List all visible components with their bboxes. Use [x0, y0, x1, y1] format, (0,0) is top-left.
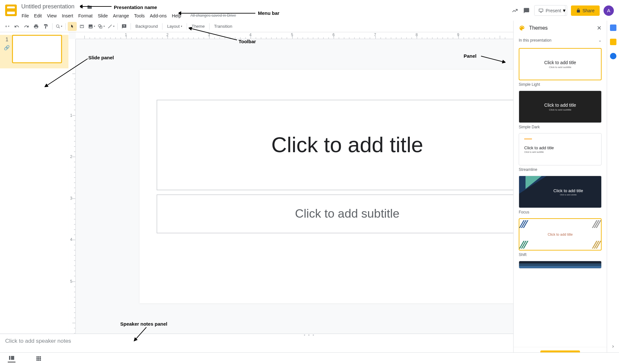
svg-rect-12 [124, 25, 124, 26]
menu-tools[interactable]: Tools [132, 12, 147, 20]
separator [162, 23, 162, 30]
theme-simple-light[interactable]: Click to add titleClick to add subtitleS… [519, 48, 602, 87]
theme-name-label: Shift [519, 252, 602, 257]
right-sidebar: › [607, 21, 619, 352]
svg-rect-5 [80, 25, 84, 28]
menu-insert[interactable]: Insert [60, 12, 75, 20]
grid-view-icon[interactable] [35, 355, 43, 362]
paint-format-button[interactable] [41, 22, 50, 31]
header: Untitled presentation ☆ File Edit View I… [0, 0, 619, 21]
link-icon: 🔗 [4, 45, 10, 51]
slide-panel: 1 🔗 [0, 32, 69, 334]
print-button[interactable] [32, 22, 41, 31]
theme-simple-dark[interactable]: Click to add titleClick to add subtitleS… [519, 91, 602, 129]
menu-help[interactable]: Help [170, 12, 183, 20]
theme-name-label: Streamline [519, 167, 602, 172]
subtitle-placeholder[interactable]: Click to add subtitle [157, 194, 537, 233]
svg-line-4 [59, 27, 60, 28]
menu-arrange[interactable]: Arrange [111, 12, 131, 20]
zoom-button[interactable]: ▾ [54, 22, 64, 31]
vertical-ruler: 12345 [69, 39, 76, 333]
undo-button[interactable] [12, 22, 21, 31]
share-label: Share [583, 8, 594, 13]
theme-button[interactable]: Theme [189, 22, 207, 31]
save-status: All changes saved in Drive [189, 12, 237, 20]
select-tool-button[interactable] [68, 22, 77, 31]
present-label: Present [545, 8, 561, 13]
menu-file[interactable]: File [19, 12, 31, 20]
slide-thumb-preview [12, 35, 62, 63]
themes-filter[interactable]: In this presentation ⌄ [514, 35, 607, 45]
theme-momentum[interactable] [519, 261, 602, 269]
slide[interactable]: Click to add title Click to add subtitle [140, 69, 555, 303]
separator [209, 23, 210, 30]
transition-button[interactable]: Transition [211, 22, 235, 31]
svg-point-3 [56, 25, 59, 27]
new-slide-button[interactable]: +▾ [3, 22, 12, 31]
themes-title: Themes [529, 25, 593, 31]
svg-rect-16 [38, 356, 39, 358]
account-avatar[interactable]: A [604, 5, 614, 16]
filmstrip-view-icon[interactable] [8, 355, 15, 362]
slides-logo-icon[interactable] [5, 5, 17, 16]
svg-rect-21 [36, 359, 38, 361]
doc-status-icons: ☆ [79, 5, 92, 10]
notes-resize-handle[interactable]: • • • [304, 333, 315, 338]
svg-rect-17 [40, 356, 41, 358]
separator [117, 23, 118, 30]
chevron-down-icon: ⌄ [598, 38, 602, 43]
shape-button[interactable]: ▾ [97, 22, 106, 31]
redo-button[interactable] [22, 22, 31, 31]
palette-icon [519, 25, 525, 31]
theme-name-label: Simple Dark [519, 125, 602, 129]
background-button[interactable]: Background [133, 22, 160, 31]
tasks-icon[interactable] [610, 53, 616, 59]
bottom-bar [0, 352, 619, 364]
chevron-right-icon[interactable]: › [612, 343, 614, 349]
present-dropdown[interactable]: ▾ [562, 5, 567, 16]
layout-button[interactable]: Layout▾ [164, 22, 185, 31]
close-icon[interactable]: ✕ [597, 25, 602, 32]
svg-rect-19 [38, 358, 39, 359]
comments-icon[interactable] [523, 7, 530, 15]
keep-icon[interactable] [610, 39, 616, 45]
slide-thumbnail-1[interactable]: 1 🔗 [0, 35, 68, 68]
themes-list: Click to add titleClick to add subtitleS… [514, 45, 607, 364]
presentation-name[interactable]: Untitled presentation [19, 3, 76, 11]
menu-view[interactable]: View [45, 12, 59, 20]
svg-rect-15 [36, 356, 38, 358]
svg-line-9 [108, 25, 112, 28]
present-button[interactable]: Present [534, 5, 565, 16]
title-placeholder[interactable]: Click to add title [157, 100, 537, 190]
theme-shift[interactable]: Click to add titleShift [519, 218, 602, 257]
menu-slide[interactable]: Slide [95, 12, 110, 20]
separator [131, 23, 131, 30]
separator [65, 23, 66, 30]
star-icon[interactable]: ☆ [79, 5, 84, 10]
line-button[interactable]: ▾ [106, 22, 115, 31]
notes-placeholder: Click to add speaker notes [5, 338, 71, 344]
header-right: Present ▾ Share A [511, 5, 614, 16]
svg-rect-13 [9, 356, 10, 360]
folder-icon[interactable] [87, 5, 92, 10]
slide-number: 1 [5, 36, 8, 43]
theme-name-label: Simple Light [519, 82, 602, 87]
activity-icon[interactable] [511, 7, 519, 15]
logo-area [3, 3, 19, 16]
svg-rect-22 [38, 359, 39, 361]
image-button[interactable]: ▾ [87, 22, 96, 31]
thumb-meta: 1 🔗 [2, 35, 12, 63]
theme-focus[interactable]: Click to add titleClick to add subtitleF… [519, 176, 602, 214]
comment-button[interactable] [120, 22, 129, 31]
calendar-icon[interactable] [610, 25, 616, 31]
separator [52, 23, 53, 30]
share-button[interactable]: Share [571, 5, 600, 16]
textbox-button[interactable] [77, 22, 86, 31]
themes-header: Themes ✕ [514, 21, 607, 35]
menu-edit[interactable]: Edit [32, 12, 44, 20]
svg-rect-18 [36, 358, 38, 359]
menu-format[interactable]: Format [76, 12, 95, 20]
theme-streamline[interactable]: Click to add titleClick to add subtitleS… [519, 133, 602, 172]
menu-addons[interactable]: Add-ons [148, 12, 169, 20]
svg-rect-20 [40, 358, 41, 359]
